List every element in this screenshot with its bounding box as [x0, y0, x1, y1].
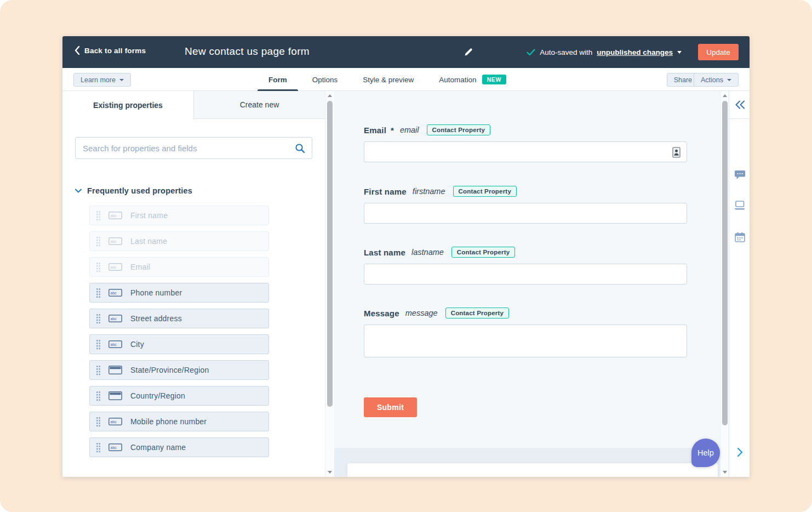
learn-more-label: Learn more: [81, 76, 116, 84]
tab-form[interactable]: Form: [268, 68, 287, 91]
form-toolbar: Learn more Form Options Style & preview …: [62, 68, 750, 91]
svg-text:abc: abc: [111, 214, 117, 218]
main-scrollbar[interactable]: [720, 91, 729, 477]
chevron-right-icon: [737, 447, 743, 457]
submit-button[interactable]: Submit: [364, 397, 417, 417]
schedule-tool-button[interactable]: [729, 232, 750, 242]
property-item-company-name[interactable]: abc Company name: [89, 437, 269, 457]
scroll-up-arrow-icon[interactable]: [328, 94, 332, 97]
back-label: Back to all forms: [84, 47, 146, 55]
check-icon: [527, 49, 535, 56]
help-button[interactable]: Help: [691, 439, 720, 467]
tab-existing-properties[interactable]: Existing properties: [62, 91, 193, 119]
autosave-status: Auto-saved with unpublished changes: [527, 36, 682, 68]
svg-text:abc: abc: [111, 265, 117, 269]
drag-handle-icon[interactable]: [96, 417, 100, 427]
drag-handle-icon[interactable]: [96, 365, 100, 376]
required-mark: *: [391, 126, 394, 135]
device-preview-button[interactable]: [729, 201, 750, 210]
property-search: [75, 137, 312, 159]
chevron-down-icon[interactable]: [677, 51, 682, 54]
panel-scrollbar[interactable]: [325, 91, 334, 477]
field-last-name[interactable]: Last name lastname Contact Property: [364, 247, 687, 285]
actions-button[interactable]: Actions: [694, 73, 739, 87]
learn-more-button[interactable]: Learn more: [73, 73, 131, 87]
tab-options[interactable]: Options: [312, 68, 338, 91]
comments-tool-button[interactable]: [729, 170, 750, 180]
property-item-street-address[interactable]: abc Street address: [89, 309, 269, 328]
unpublished-changes-link[interactable]: unpublished changes: [597, 48, 673, 56]
svg-text:abc: abc: [111, 317, 117, 321]
message-textarea[interactable]: [364, 325, 687, 357]
drag-handle-icon[interactable]: [96, 339, 100, 350]
svg-text:abc: abc: [111, 446, 117, 450]
collapse-rail-button[interactable]: [729, 91, 750, 119]
double-chevron-left-icon: [735, 100, 745, 109]
chevron-down-icon: [727, 79, 731, 81]
dropdown-field-icon: [108, 391, 122, 400]
property-item-mobile-phone-number[interactable]: abc Mobile phone number: [89, 412, 269, 431]
form-preview-canvas: Email * email Contact Property First nam…: [334, 91, 729, 477]
drag-handle-icon[interactable]: [96, 288, 100, 298]
back-to-forms-button[interactable]: Back to all forms: [75, 46, 146, 55]
form-title: New contact us page form: [185, 45, 310, 58]
field-label: Message: [364, 309, 399, 318]
property-item-first-name: abc First name: [89, 206, 269, 225]
field-label: Last name: [364, 248, 405, 257]
text-field-icon: abc: [108, 418, 122, 425]
drag-handle-icon[interactable]: [96, 442, 100, 453]
property-item-city[interactable]: abc City: [89, 334, 269, 354]
tab-automation[interactable]: Automation NEW: [439, 68, 506, 91]
search-icon[interactable]: [295, 143, 305, 153]
drag-handle-icon[interactable]: [96, 391, 100, 401]
dropdown-field-icon: [108, 366, 122, 374]
text-field-icon: abc: [108, 315, 122, 322]
right-icon-rail: [729, 91, 750, 477]
frequently-used-section-header[interactable]: Frequently used properties: [75, 186, 192, 195]
contact-property-badge: Contact Property: [453, 186, 517, 197]
desktop-background: Back to all forms New contact us page fo…: [0, 0, 812, 512]
scroll-up-arrow-icon[interactable]: [723, 94, 727, 97]
drag-handle-icon: [96, 211, 100, 221]
field-first-name[interactable]: First name firstname Contact Property: [364, 186, 687, 224]
new-badge: NEW: [482, 75, 506, 84]
property-item-state-province-region[interactable]: State/Province/Region: [89, 360, 269, 380]
autofill-contact-icon[interactable]: [672, 147, 681, 158]
scrollbar-thumb[interactable]: [722, 101, 728, 425]
chevron-left-icon: [75, 46, 80, 55]
chevron-down-icon: [75, 189, 82, 193]
field-internal-name: firstname: [413, 187, 445, 196]
text-field-icon: abc: [108, 289, 122, 297]
chevron-down-icon: [119, 79, 124, 81]
contact-property-badge: Contact Property: [445, 308, 510, 318]
scroll-down-arrow-icon[interactable]: [723, 471, 727, 474]
scrollbar-thumb[interactable]: [327, 101, 333, 407]
last-name-input[interactable]: [364, 264, 687, 285]
comment-icon: [734, 170, 746, 180]
field-email[interactable]: Email * email Contact Property: [364, 124, 687, 162]
text-field-icon: abc: [108, 237, 122, 245]
field-internal-name: email: [400, 126, 419, 134]
update-button[interactable]: Update: [698, 44, 739, 60]
property-item-country-region[interactable]: Country/Region: [89, 386, 269, 406]
drag-handle-icon: [96, 262, 100, 272]
field-label: First name: [364, 187, 407, 196]
text-field-icon: abc: [108, 263, 122, 271]
field-internal-name: lastname: [411, 248, 444, 257]
text-field-icon: abc: [108, 212, 122, 219]
property-item-phone-number[interactable]: abc Phone number: [89, 283, 269, 303]
field-label: Email: [364, 126, 386, 135]
scroll-down-arrow-icon[interactable]: [328, 471, 332, 474]
field-message[interactable]: Message message Contact Property: [364, 308, 687, 357]
edit-title-icon[interactable]: [464, 47, 473, 56]
email-input[interactable]: [364, 141, 687, 162]
expand-panel-button[interactable]: [729, 447, 750, 457]
text-field-icon: abc: [108, 443, 122, 451]
tab-create-new[interactable]: Create new: [193, 91, 325, 119]
text-field-icon: abc: [108, 340, 122, 348]
panel-tabs: Existing properties Create new: [62, 91, 325, 119]
search-input[interactable]: [75, 137, 312, 159]
drag-handle-icon[interactable]: [96, 314, 100, 324]
tab-style-preview[interactable]: Style & preview: [363, 68, 414, 91]
first-name-input[interactable]: [364, 203, 687, 224]
